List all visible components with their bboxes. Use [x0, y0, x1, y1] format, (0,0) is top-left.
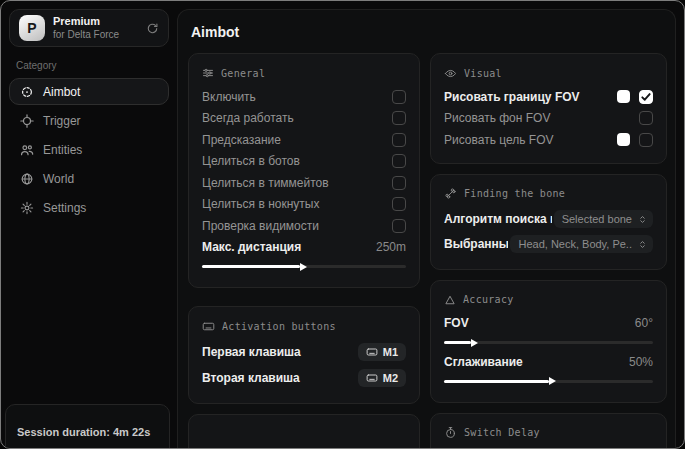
toggle-row: Всегда работать: [202, 108, 406, 130]
slider-label: Макс. дистанция: [202, 240, 301, 254]
keybind-label: Первая клавиша: [202, 345, 301, 359]
keybind-button[interactable]: M2: [358, 369, 406, 387]
sidebar-item-aimbot[interactable]: Aimbot: [9, 78, 169, 105]
toggle-row: Целиться в тиммейтов: [202, 172, 406, 194]
tune-icon: [202, 67, 214, 79]
panel-header-label: General: [221, 68, 265, 79]
key-icon: [366, 346, 378, 358]
panel-header-label: Accuracy: [463, 294, 514, 305]
checkbox[interactable]: [392, 176, 406, 190]
fov-slider[interactable]: [444, 341, 653, 344]
bone-algorithm-select[interactable]: Selected bone: [554, 210, 653, 228]
app-title: Premium: [53, 15, 119, 29]
app-window: P Premium for Delta Force Category Aimbo…: [0, 0, 685, 449]
toggle-label: Предсказание: [202, 133, 281, 147]
sync-icon[interactable]: [146, 22, 159, 35]
visual-row: Рисовать границу FOV: [444, 86, 653, 108]
panel-header-label: Switch Delay: [464, 427, 540, 438]
chevron-up-down-icon: [637, 214, 648, 225]
dropdown-row: Алгоритм поиска кост Selected bone: [444, 207, 653, 232]
keybind-row: Вторая клавиша M2: [202, 365, 406, 391]
session-box: Session duration: 4m 22s: [5, 404, 170, 449]
triangle-icon: [444, 294, 456, 306]
panel-header-label: Visual: [464, 68, 502, 79]
slider-value: 50%: [629, 355, 653, 369]
slider-row-header: Макс. дистанция 250m: [202, 237, 406, 259]
checkbox[interactable]: [392, 111, 406, 125]
checkbox[interactable]: [639, 133, 653, 147]
slider-label: Сглаживание: [444, 355, 523, 369]
bone-icon: [444, 187, 457, 200]
checkbox[interactable]: [639, 111, 653, 125]
sidebar-item-trigger[interactable]: Trigger: [9, 107, 169, 134]
premium-text: Premium for Delta Force: [53, 15, 119, 41]
gear-icon: [20, 201, 34, 215]
activation-buttons-panel: Activation buttons Первая клавиша M1 Вто…: [188, 306, 420, 404]
category-label: Category: [16, 60, 162, 71]
sidebar-item-label: Settings: [43, 201, 86, 215]
dropdown-row: Выбранные кос Head, Neck, Body, Pe..: [444, 232, 653, 257]
toggle-label: Всегда работать: [202, 111, 294, 125]
panel-header-label: Finding the bone: [464, 188, 565, 199]
dropdown-label: Выбранные кос: [444, 237, 508, 251]
finding-bone-panel: Finding the bone Алгоритм поиска кост Se…: [430, 174, 667, 270]
max-distance-slider[interactable]: [202, 265, 406, 268]
panel-header-label: Activation buttons: [222, 321, 336, 332]
key-value: M1: [383, 346, 398, 358]
app-logo: P: [19, 15, 45, 41]
slider-value: 60°: [635, 316, 653, 330]
keybind-label: Вторая клавиша: [202, 371, 300, 385]
visual-row: Рисовать цель FOV: [444, 129, 653, 151]
sidebar-item-label: Entities: [43, 143, 82, 157]
visual-label: Рисовать цель FOV: [444, 133, 554, 147]
visual-row: Рисовать фон FOV: [444, 108, 653, 130]
sidebar-item-label: Trigger: [43, 114, 81, 128]
general-panel: General Включить Всегда работать Предска…: [188, 53, 420, 288]
main-content: Aimbot General Включит: [177, 9, 676, 448]
selected-value: Selected bone: [562, 213, 632, 225]
color-swatch[interactable]: [617, 133, 630, 146]
slider-thumb[interactable]: [444, 380, 549, 383]
toggle-label: Целиться в нокнутых: [202, 197, 319, 211]
toggle-row: Целиться в ботов: [202, 151, 406, 173]
checkbox[interactable]: [392, 219, 406, 233]
toggle-row: Задержка переключения: [444, 446, 653, 449]
entities-icon: [20, 143, 34, 157]
checkbox[interactable]: [392, 90, 406, 104]
sidebar-item-world[interactable]: World: [9, 165, 169, 192]
key-value: M2: [383, 372, 398, 384]
slider-thumb[interactable]: [202, 265, 300, 268]
toggle-label: Целиться в ботов: [202, 154, 300, 168]
key-icon: [366, 372, 378, 384]
toggle-label: Проверка видимости: [202, 219, 319, 233]
checkbox[interactable]: [392, 133, 406, 147]
dropdown-label: Алгоритм поиска кост: [444, 212, 552, 226]
slider-thumb[interactable]: [444, 341, 471, 344]
globe-icon: [20, 172, 34, 186]
checkbox[interactable]: [392, 154, 406, 168]
empty-panel: [188, 414, 420, 448]
toggle-row: Целиться в нокнутых: [202, 194, 406, 216]
slider-row-header: FOV 60°: [444, 313, 653, 335]
selected-bones-select[interactable]: Head, Neck, Body, Pe..: [510, 235, 653, 253]
keybind-row: Первая клавиша M1: [202, 339, 406, 365]
toggle-row: Предсказание: [202, 129, 406, 151]
selected-value: Head, Neck, Body, Pe..: [518, 238, 632, 250]
toggle-row: Проверка видимости: [202, 215, 406, 237]
color-swatch[interactable]: [617, 90, 630, 103]
sidebar: P Premium for Delta Force Category Aimbo…: [1, 1, 177, 448]
page-title: Aimbot: [191, 24, 667, 40]
toggle-row: Включить: [202, 86, 406, 108]
checkbox[interactable]: [639, 90, 653, 104]
slider-row-header: Сглаживание 50%: [444, 351, 653, 373]
visual-label: Рисовать границу FOV: [444, 90, 580, 104]
eye-icon: [444, 67, 457, 80]
chevron-up-down-icon: [637, 239, 648, 250]
smoothing-slider[interactable]: [444, 380, 653, 383]
visual-label: Рисовать фон FOV: [444, 111, 550, 125]
keybind-button[interactable]: M1: [358, 343, 406, 361]
sidebar-item-settings[interactable]: Settings: [9, 194, 169, 221]
sidebar-item-entities[interactable]: Entities: [9, 136, 169, 163]
trigger-icon: [20, 114, 34, 128]
checkbox[interactable]: [392, 197, 406, 211]
